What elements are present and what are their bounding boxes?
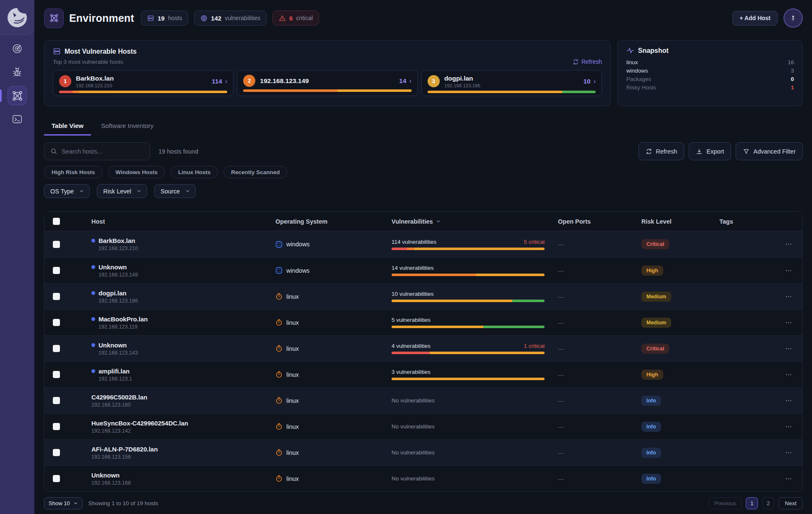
- top-panels: Most Vulnerable Hosts Top 3 most vulnera…: [44, 40, 803, 106]
- more-actions-button[interactable]: [785, 345, 792, 352]
- host-ip: 192.168.123.142: [91, 428, 267, 434]
- risk-level-badge: Info: [641, 474, 661, 484]
- app-logo[interactable]: [0, 0, 34, 35]
- more-actions-button[interactable]: [785, 449, 792, 457]
- row-checkbox[interactable]: [53, 423, 60, 430]
- risk-cell: Info: [633, 422, 711, 432]
- sidebar-item-radar[interactable]: [0, 39, 34, 58]
- vulnerable-host-card[interactable]: 1BarkBox.lan192.168.123.210114›: [53, 70, 233, 96]
- row-checkbox[interactable]: [53, 449, 60, 456]
- filter-dropdown-os-type[interactable]: OS Type: [44, 184, 90, 198]
- page-icon-box: [44, 8, 64, 28]
- row-checkbox[interactable]: [53, 345, 60, 352]
- row-checkbox[interactable]: [53, 241, 60, 248]
- more-actions-button[interactable]: [785, 293, 792, 300]
- vulnerable-host-card[interactable]: 2192.168.123.14914›: [237, 70, 418, 96]
- row-checkbox[interactable]: [53, 293, 60, 300]
- sidebar-item-terminal[interactable]: [0, 110, 34, 129]
- pagination-summary: Showing 1 to 10 of 19 hosts: [88, 500, 158, 506]
- open-ports-cell: —: [550, 345, 633, 352]
- quick-filter-chip[interactable]: Windows Hosts: [108, 166, 165, 178]
- column-header-host: Host: [83, 218, 267, 225]
- vulnerabilities-cell: 4 vulnerabilities1 critical: [383, 343, 550, 354]
- vuln-summary: 5 vulnerabilities: [392, 317, 545, 323]
- filter-dropdown-risk-level[interactable]: Risk Level: [97, 184, 147, 198]
- row-checkbox[interactable]: [53, 397, 60, 404]
- sidebar-item-bug[interactable]: [0, 63, 34, 82]
- no-vulnerabilities-label: No vulnerabilities: [392, 423, 550, 430]
- host-ip: 192.168.123.143: [99, 350, 267, 356]
- online-dot: [91, 369, 95, 373]
- online-dot: [91, 291, 95, 295]
- view-tabs: Table ViewSoftware Inventory: [44, 119, 803, 136]
- card-host-name: dogpi.lan: [444, 75, 480, 82]
- add-host-button[interactable]: + Add Host: [732, 11, 778, 26]
- row-select-cell: [44, 267, 83, 274]
- table-row[interactable]: BarkBox.lan192.168.123.210windows114 vul…: [44, 231, 802, 257]
- table-row[interactable]: MacBookPro.lan192.168.123.119linux5 vuln…: [44, 309, 802, 335]
- sidebar-item-environment[interactable]: [0, 86, 34, 105]
- open-ports-cell: —: [550, 319, 633, 326]
- tab-table-view[interactable]: Table View: [44, 119, 91, 136]
- table-row[interactable]: Unknown192.168.123.168linuxNo vulnerabil…: [44, 465, 802, 491]
- open-ports-cell: —: [550, 371, 633, 378]
- vuln-summary: 14 vulnerabilities: [392, 265, 545, 271]
- avatar[interactable]: [783, 8, 803, 28]
- table-row[interactable]: AFi-ALN-P-7D6820.lan192.168.123.156linux…: [44, 439, 802, 465]
- row-checkbox[interactable]: [53, 267, 60, 274]
- more-actions-button[interactable]: [785, 371, 792, 378]
- open-ports-cell: —: [550, 423, 633, 430]
- advanced-filter-button[interactable]: Advanced Filter: [736, 142, 803, 160]
- more-actions-button[interactable]: [785, 475, 792, 483]
- vulnerable-host-card[interactable]: 3dogpi.lan192.168.123.18610›: [421, 70, 602, 96]
- filter-dropdown-source[interactable]: Source: [154, 184, 196, 198]
- refresh-button[interactable]: Refresh: [638, 142, 685, 160]
- row-checkbox[interactable]: [53, 475, 60, 482]
- card-host-info: 192.168.123.149: [260, 77, 309, 85]
- next-page-button[interactable]: Next: [778, 497, 803, 509]
- page-size-select[interactable]: Show 10: [44, 497, 83, 509]
- quick-filter-chip[interactable]: Linux Hosts: [171, 166, 218, 178]
- tab-software-inventory[interactable]: Software Inventory: [93, 119, 161, 136]
- table-row[interactable]: Unknown192.168.123.149windows14 vulnerab…: [44, 257, 802, 283]
- quick-filter-chip[interactable]: High Risk Hosts: [44, 166, 103, 178]
- host-line: C42996C5002B.lan: [91, 394, 267, 401]
- host-line: amplifi.lan: [91, 368, 267, 375]
- table-row[interactable]: dogpi.lan192.168.123.186linux10 vulnerab…: [44, 283, 802, 309]
- severity-bar: [392, 300, 545, 302]
- host-line: MacBookPro.lan: [91, 316, 267, 323]
- quick-filter-chip[interactable]: Recently Scanned: [223, 166, 287, 178]
- host-cell: AFi-ALN-P-7D6820.lan192.168.123.156: [83, 446, 267, 460]
- more-actions-button[interactable]: [785, 423, 792, 431]
- more-actions-button[interactable]: [785, 240, 792, 248]
- refresh-icon: [573, 59, 579, 65]
- most-vulnerable-subtitle: Top 3 most vulnerable hosts: [53, 59, 123, 65]
- more-actions-button[interactable]: [785, 319, 792, 326]
- table-row[interactable]: Unknown192.168.123.143linux4 vulnerabili…: [44, 335, 802, 361]
- critical-count-label: 5 critical: [524, 239, 545, 245]
- risk-cell: High: [633, 266, 711, 276]
- vuln-summary: 3 vulnerabilities: [392, 369, 545, 375]
- table-row[interactable]: HueSyncBox-C429960254DC.lan192.168.123.1…: [44, 413, 802, 439]
- row-checkbox[interactable]: [53, 319, 60, 326]
- open-ports-cell: —: [550, 397, 633, 404]
- column-header-vulnerabilities[interactable]: Vulnerabilities: [383, 218, 550, 225]
- table-row[interactable]: C42996C5002B.lan192.168.123.160linuxNo v…: [44, 387, 802, 413]
- more-actions-button[interactable]: [785, 267, 792, 274]
- page-number-button[interactable]: 1: [746, 497, 758, 509]
- row-checkbox[interactable]: [53, 371, 60, 378]
- search-input[interactable]: [62, 148, 137, 155]
- table-row[interactable]: amplifi.lan192.168.123.1linux3 vulnerabi…: [44, 361, 802, 387]
- risk-cell: Medium: [633, 292, 711, 302]
- host-ip: 192.168.123.168: [91, 480, 267, 486]
- previous-page-button[interactable]: Previous: [709, 497, 742, 509]
- more-actions-button[interactable]: [785, 397, 792, 404]
- page-number-button[interactable]: 2: [762, 497, 774, 509]
- export-button[interactable]: Export: [689, 142, 731, 160]
- windows-os-icon: [275, 267, 283, 274]
- column-header-risk-level: Risk Level: [633, 218, 711, 225]
- most-vulnerable-refresh[interactable]: Refresh: [573, 58, 602, 65]
- badge-value: 142: [211, 15, 221, 22]
- select-all-checkbox[interactable]: [53, 218, 60, 225]
- chevron-down-icon: [185, 188, 190, 194]
